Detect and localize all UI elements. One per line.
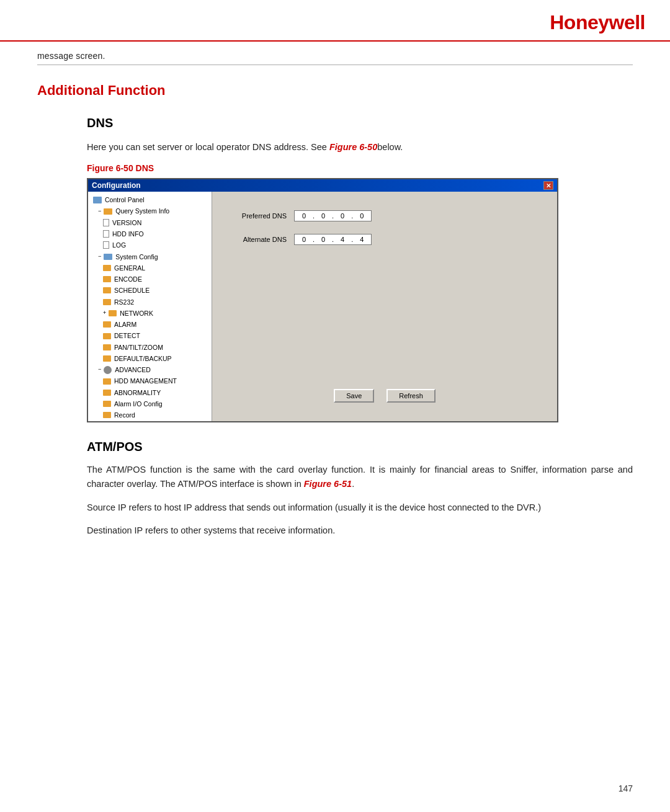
monitor-icon [93,197,102,203]
tree-panel[interactable]: Control Panel − Query System Info VERSIO… [88,192,212,421]
tree-item-general[interactable]: GENERAL [88,262,212,274]
message-area: message screen. [37,42,633,65]
tree-item-encode[interactable]: ENCODE [88,274,212,285]
alternate-dns-row: Alternate DNS . . . [225,234,545,245]
folder-icon12 [103,378,111,385]
folder-icon15 [103,412,111,418]
alternate-dns-octet4[interactable] [355,236,368,243]
dialog-titlebar: Configuration ✕ [88,179,557,192]
atm-para2: Source IP refers to host IP address that… [87,501,633,515]
dialog-title: Configuration [92,181,141,190]
preferred-dns-input[interactable]: . . . [294,210,372,221]
tree-item-schedule[interactable]: SCHEDULE [88,285,212,296]
folder-icon10 [103,344,111,350]
folder-icon [104,208,112,215]
dns-body-text: Here you can set server or local operato… [87,142,329,152]
dialog-body: Control Panel − Query System Info VERSIO… [88,192,557,421]
folder-icon6 [103,299,111,305]
folder-icon9 [103,333,111,339]
alternate-dns-octet2[interactable] [316,236,330,243]
tree-item-pan-tilt-zoom[interactable]: PAN/TILT/ZOOM [88,342,212,353]
tree-item-hdd-management[interactable]: HDD MANAGEMENT [88,375,212,386]
dialog-buttons: Save Refresh [225,377,545,403]
gear-icon [104,366,112,374]
tree-item-advanced[interactable]: − ADVANCED [88,364,212,375]
figure-label: Figure 6-50 DNS [87,163,633,173]
tree-item-network[interactable]: + NETWORK [88,308,212,319]
tree-item-detect[interactable]: DETECT [88,330,212,341]
atm-para1: The ATM/POS function is the same with th… [87,463,633,491]
tree-item-query-system-info[interactable]: − Query System Info [88,205,212,216]
atm-para3: Destination IP refers to other systems t… [87,524,633,538]
folder-icon11 [103,355,111,362]
tree-item-default-backup[interactable]: DEFAULT/BACKUP [88,353,212,364]
message-text: message screen. [37,51,105,61]
tree-item-account[interactable]: ACCOUNT [88,421,212,422]
tree-item-log[interactable]: LOG [88,239,212,251]
atm-subtitle: ATM/POS [87,440,633,454]
folder-icon3 [103,265,111,271]
page-icon3 [103,241,109,249]
alternate-dns-octet3[interactable] [336,236,349,243]
page-icon [103,219,109,226]
preferred-dns-label: Preferred DNS [225,212,287,220]
section-title: Additional Function [37,83,633,99]
dialog-close-button[interactable]: ✕ [543,181,553,190]
page-icon2 [103,230,109,238]
dns-figure-ref: Figure 6-50 [329,142,377,152]
preferred-dns-octet1[interactable] [297,212,311,220]
tree-item-control-panel[interactable]: Control Panel [88,194,212,205]
save-button[interactable]: Save [334,389,374,403]
folder-icon8 [103,321,111,328]
config-dialog: Configuration ✕ Control Panel − Query Sy… [87,178,558,422]
atm-figure-ref: Figure 6-51 [304,479,352,489]
folder-icon5 [103,287,111,293]
folder-icon4 [103,276,111,282]
preferred-dns-octet2[interactable] [316,212,330,220]
alternate-dns-label: Alternate DNS [225,236,287,243]
tree-item-alarm[interactable]: ALARM [88,319,212,330]
dns-body-paragraph: Here you can set server or local operato… [87,140,633,154]
preferred-dns-row: Preferred DNS . . . [225,210,545,221]
alternate-dns-octet1[interactable] [297,236,311,243]
tree-item-system-config[interactable]: − System Config [88,251,212,262]
page-number: 147 [619,783,633,793]
preferred-dns-octet3[interactable] [336,212,349,220]
folder-icon7 [109,310,117,316]
folder-icon13 [103,390,111,396]
refresh-button[interactable]: Refresh [386,389,436,403]
folder-icon2 [104,254,112,260]
main-content: Additional Function DNS Here you can set… [0,65,670,571]
alternate-dns-input[interactable]: . . . [294,234,372,245]
atm-para1-suffix: . [352,479,354,489]
page-header: Honeywell [0,0,670,42]
preferred-dns-octet4[interactable] [355,212,368,220]
tree-item-version[interactable]: VERSION [88,217,212,228]
dns-body-suffix: below. [377,142,403,152]
atm-para1-text: The ATM/POS function is the same with th… [87,465,633,489]
dns-subtitle: DNS [87,116,633,130]
honeywell-logo: Honeywell [550,11,645,34]
tree-item-record[interactable]: Record [88,409,212,421]
dns-config-panel: Preferred DNS . . . Alternate DNS [212,192,557,421]
tree-item-hdd-info[interactable]: HDD INFO [88,228,212,239]
tree-item-abnormality[interactable]: ABNORMALITY [88,387,212,398]
tree-item-alarm-io-config[interactable]: Alarm I/O Config [88,398,212,409]
tree-item-rs232[interactable]: RS232 [88,297,212,308]
folder-icon14 [103,401,111,407]
